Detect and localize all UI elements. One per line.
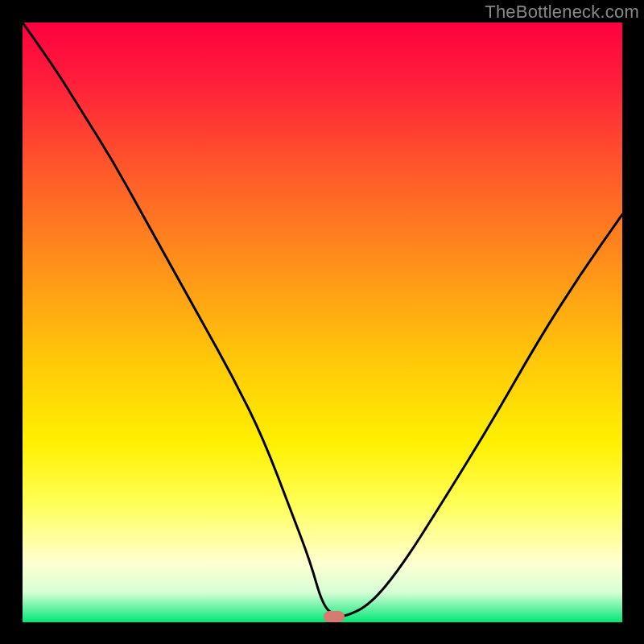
optimal-marker <box>324 611 345 622</box>
chart-svg <box>23 23 622 622</box>
watermark-label: TheBottleneck.com <box>485 2 639 23</box>
gradient-background <box>23 23 622 622</box>
plot-area <box>23 23 622 622</box>
chart-stage: TheBottleneck.com <box>0 0 644 644</box>
